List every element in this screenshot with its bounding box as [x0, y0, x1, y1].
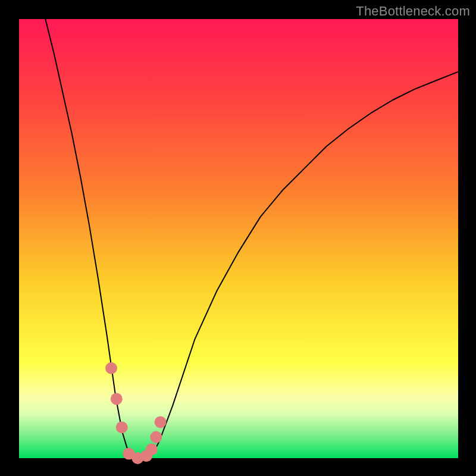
chart-root: TheBottleneck.com [0, 0, 476, 476]
optimal-point [105, 362, 117, 374]
optimal-point [116, 421, 128, 433]
frame-right [458, 0, 476, 476]
attribution-text: TheBottleneck.com [356, 4, 470, 19]
optimal-point [146, 443, 158, 455]
frame-bottom [0, 458, 476, 476]
optimal-point [150, 431, 162, 443]
optimal-point [155, 416, 167, 428]
frame-left [0, 0, 19, 476]
plot-background [19, 19, 458, 458]
optimal-point [111, 393, 123, 405]
chart-svg [0, 0, 476, 476]
